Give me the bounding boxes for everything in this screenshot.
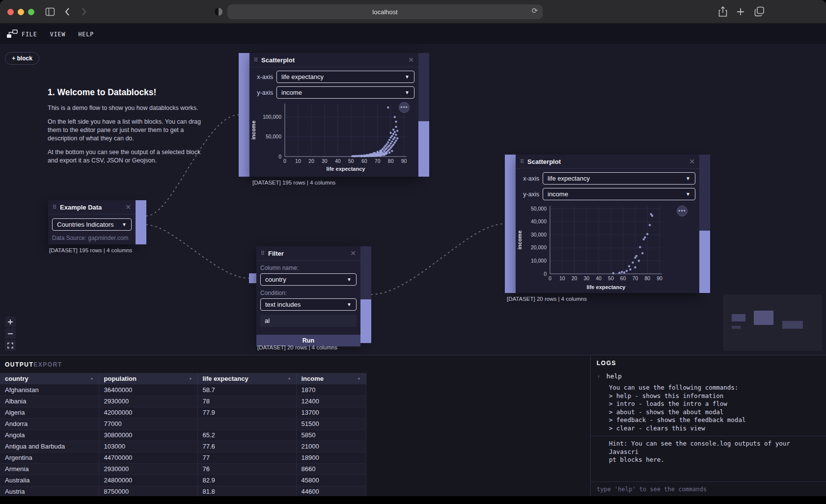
minimap-node xyxy=(732,314,745,321)
scatterplot2-output-handle[interactable] xyxy=(699,155,710,293)
column-select[interactable]: country▼ xyxy=(260,273,357,286)
chart-options-button[interactable]: ••• xyxy=(399,102,410,113)
app-logo[interactable] xyxy=(6,29,18,39)
flow-canvas[interactable]: + block 1. Welcome to Datablocks! This i… xyxy=(0,44,826,355)
filter-output-handle[interactable] xyxy=(360,246,371,343)
table-cell: 21000 xyxy=(296,441,366,452)
filter-header[interactable]: ⠿ Filter ✕ xyxy=(256,246,360,261)
svg-text:90: 90 xyxy=(657,275,662,281)
x-axis-select[interactable]: life expectancy▼ xyxy=(543,172,695,185)
close-icon[interactable]: ✕ xyxy=(125,204,131,211)
y-axis-select[interactable]: income▼ xyxy=(276,86,414,99)
table-cell: 18900 xyxy=(296,452,366,463)
table-cell: 77.6 xyxy=(197,441,296,452)
svg-text:60: 60 xyxy=(361,158,367,164)
column-header-life-expectancy[interactable]: life expectancy▲ xyxy=(197,373,296,384)
table-cell: Australia xyxy=(0,475,99,486)
scatterplot1-node[interactable]: ⠿ Scatterplot ✕ x-axis life expectancy▼ … xyxy=(249,53,418,177)
drag-handle-icon[interactable]: ⠿ xyxy=(520,159,523,165)
table-cell: 12400 xyxy=(296,396,366,407)
tab-overview-icon[interactable] xyxy=(754,6,765,17)
zoom-out-button[interactable] xyxy=(5,328,16,339)
scatterplot1-output-handle[interactable] xyxy=(418,53,429,177)
back-button-icon[interactable] xyxy=(64,7,70,16)
x-axis-select[interactable]: life expectancy▼ xyxy=(276,71,414,83)
log-hint-line: pt blocks here. xyxy=(609,456,820,464)
condition-value: text includes xyxy=(265,301,347,308)
node-title: Scatterplot xyxy=(527,158,689,165)
add-block-button[interactable]: + block xyxy=(5,52,39,65)
drag-handle-icon[interactable]: ⠿ xyxy=(261,250,264,257)
output-tab[interactable]: OUTPUT xyxy=(5,361,33,368)
filter-node[interactable]: ⠿ Filter ✕ Column name: country▼ Conditi… xyxy=(256,246,360,343)
export-tab[interactable]: EXPORT xyxy=(33,361,62,368)
log-line: > feedback - shows the feedback modal xyxy=(609,416,820,424)
log-command-input[interactable] xyxy=(591,482,826,496)
scatter-chart: 0102030405060708090010,00020,00030,00040… xyxy=(516,202,699,292)
menu-items: FILEVIEWHELP xyxy=(22,31,94,38)
sort-asc-icon[interactable]: ▲ xyxy=(288,376,291,380)
url-text: localhost xyxy=(372,8,397,16)
share-icon[interactable] xyxy=(718,6,727,18)
column-header-population[interactable]: population▲ xyxy=(99,373,197,384)
close-window-button[interactable] xyxy=(7,9,14,15)
column-name-label: Column name: xyxy=(260,265,357,271)
dataset-caption: [DATASET] 20 rows | 4 columns xyxy=(507,296,587,302)
fit-view-icon xyxy=(7,343,13,348)
close-icon[interactable]: ✕ xyxy=(689,158,695,165)
svg-text:30: 30 xyxy=(584,275,590,281)
table-cell: Austria xyxy=(0,486,99,496)
sidebar-toggle-icon[interactable] xyxy=(45,7,55,17)
filter-query-input[interactable] xyxy=(260,315,357,327)
sort-asc-icon[interactable]: ▲ xyxy=(358,376,361,380)
chart-options-button[interactable]: ••• xyxy=(677,206,688,216)
maximize-window-button[interactable] xyxy=(28,9,34,15)
scatterplot2-node[interactable]: ⠿ Scatterplot ✕ x-axis life expectancy▼ … xyxy=(516,155,699,293)
drag-handle-icon[interactable]: ⠿ xyxy=(53,204,56,211)
plus-icon xyxy=(7,319,13,325)
close-icon[interactable]: ✕ xyxy=(350,250,356,257)
minimize-window-button[interactable] xyxy=(18,9,24,15)
logs-title: LOGS xyxy=(591,355,826,371)
table-cell: Albania xyxy=(0,396,99,407)
menu-item-view[interactable]: VIEW xyxy=(50,31,66,38)
zoom-in-button[interactable] xyxy=(5,317,16,327)
svg-text:0: 0 xyxy=(278,154,281,159)
column-header-country[interactable]: country▲ xyxy=(0,373,99,384)
menu-item-file[interactable]: FILE xyxy=(22,31,37,38)
svg-text:60: 60 xyxy=(620,275,626,281)
close-icon[interactable]: ✕ xyxy=(408,56,414,63)
url-bar[interactable]: localhost ⟳ xyxy=(227,4,543,19)
table-cell: Argentina xyxy=(0,452,99,463)
sort-asc-icon[interactable]: ▲ xyxy=(189,376,193,380)
scatterplot1-header[interactable]: ⠿ Scatterplot ✕ xyxy=(249,53,418,67)
table-row: Afghanistan3640000058.71870 xyxy=(0,384,366,396)
reload-icon[interactable]: ⟳ xyxy=(531,6,538,15)
fit-view-button[interactable] xyxy=(5,340,16,351)
x-axis-label: x-axis xyxy=(520,175,539,182)
sort-asc-icon[interactable]: ▲ xyxy=(90,376,94,380)
svg-text:90: 90 xyxy=(401,158,407,164)
forward-button-icon[interactable] xyxy=(81,7,87,16)
table-cell: Algeria xyxy=(0,407,99,418)
new-tab-icon[interactable] xyxy=(737,8,744,16)
table-row: Albania29300007812400 xyxy=(0,396,366,407)
scatterplot2-input-handle[interactable] xyxy=(505,155,516,293)
drag-handle-icon[interactable]: ⠿ xyxy=(254,57,257,63)
column-header-income[interactable]: income▲ xyxy=(296,373,366,384)
menu-item-help[interactable]: HELP xyxy=(78,31,94,38)
example-data-node[interactable]: ⠿ Example Data ✕ Countries Indicators▼ D… xyxy=(48,200,136,244)
minimap[interactable] xyxy=(723,294,822,351)
scatterplot1-input-handle[interactable] xyxy=(239,53,249,177)
log-line: > about - shows the about modal xyxy=(609,408,820,417)
dataset-select[interactable]: Countries Indicators▼ xyxy=(52,218,132,231)
example-data-output-handle[interactable] xyxy=(136,200,146,244)
page-settings-icon[interactable] xyxy=(215,8,222,16)
log-input-row xyxy=(591,481,826,496)
y-axis-select[interactable]: income▼ xyxy=(543,188,695,200)
scatterplot2-header[interactable]: ⠿ Scatterplot ✕ xyxy=(516,155,699,169)
condition-select[interactable]: text includes▼ xyxy=(260,298,357,311)
svg-text:income: income xyxy=(250,121,256,140)
table-cell: 13700 xyxy=(296,407,366,418)
example-data-header[interactable]: ⠿ Example Data ✕ xyxy=(48,200,136,214)
